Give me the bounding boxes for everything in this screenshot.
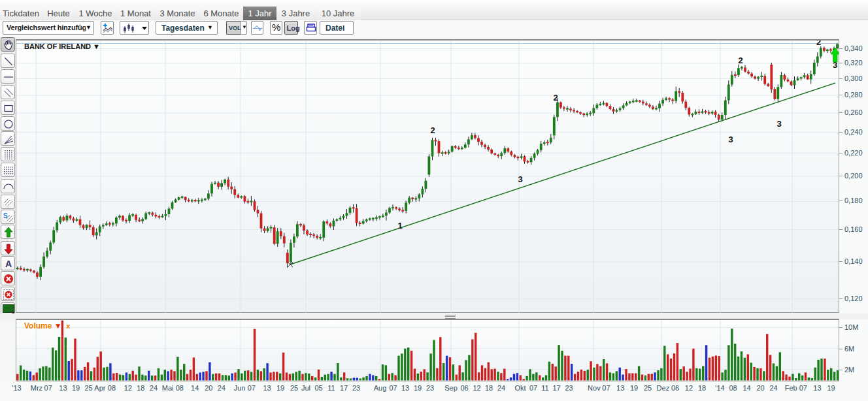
svg-text:2: 2 <box>816 40 821 47</box>
svg-text:2: 2 <box>553 93 558 103</box>
svg-text:2: 2 <box>738 56 743 65</box>
svg-text:A: A <box>5 259 12 269</box>
svg-text:3: 3 <box>518 174 522 184</box>
svg-text:3: 3 <box>728 135 733 144</box>
svg-text:2: 2 <box>430 125 435 135</box>
svg-text:3: 3 <box>776 119 781 129</box>
svg-text:BANK OF IRELAND ▼: BANK OF IRELAND ▼ <box>24 42 100 50</box>
svg-text:S: S <box>3 212 8 219</box>
svg-text:1: 1 <box>397 221 402 231</box>
